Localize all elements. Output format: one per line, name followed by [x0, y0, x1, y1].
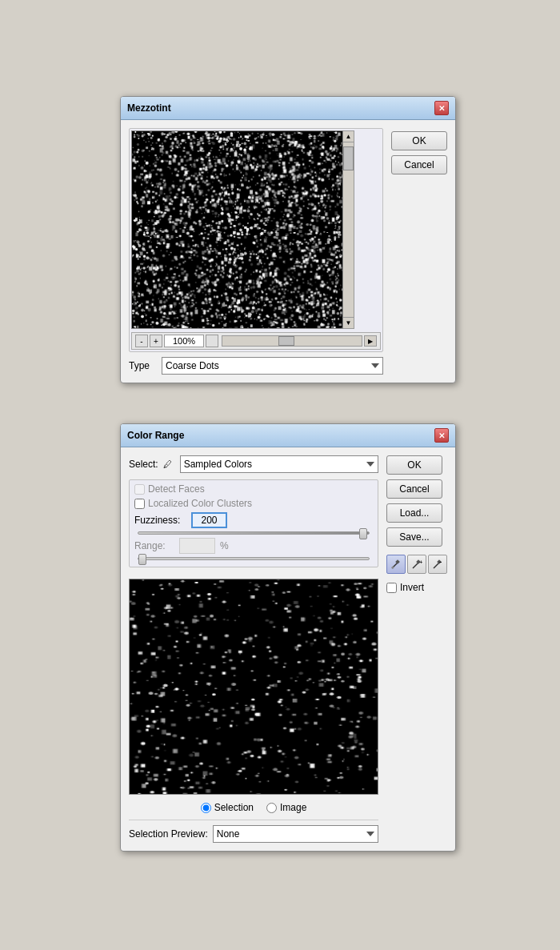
image-radio[interactable]	[266, 803, 277, 813]
selection-preview-label: Selection Preview:	[129, 828, 208, 840]
svg-text:-: -	[439, 559, 442, 566]
mezzotint-buttons: OK Cancel	[391, 128, 447, 375]
mezzotint-type-select[interactable]: Coarse Dots	[162, 357, 383, 375]
color-range-left-panel: Select: 🖊 Sampled Colors Detect Faces Lo…	[129, 455, 378, 843]
mezzotint-zoom-in-button[interactable]: +	[150, 335, 162, 347]
fuzziness-slider-thumb[interactable]	[359, 528, 367, 539]
mezzotint-vscroll-thumb[interactable]	[343, 146, 354, 170]
mezzotint-preview-toolbar: - + 100% ▶	[131, 332, 381, 350]
fuzziness-slider-track[interactable]	[138, 531, 370, 535]
range-row: Range: %	[134, 538, 373, 554]
svg-line-3	[413, 563, 418, 568]
svg-text:+: +	[419, 559, 422, 566]
mezzotint-title-bar: Mezzotint ✕	[121, 97, 455, 120]
color-range-right-panel: OK Cancel Load... Save...	[386, 455, 447, 843]
mezzotint-title: Mezzotint	[127, 102, 171, 114]
invert-row: Invert	[386, 582, 447, 593]
color-range-select-label: Select:	[129, 459, 158, 470]
mezzotint-type-row: Type Coarse Dots	[129, 357, 383, 375]
mezzotint-dialog: Mezzotint ✕ ▲ ▼ - + 100	[120, 96, 456, 383]
color-range-content: Select: 🖊 Sampled Colors Detect Faces Lo…	[121, 447, 455, 851]
mezzotint-vscroll[interactable]: ▲ ▼	[343, 130, 354, 329]
detect-faces-checkbox[interactable]	[134, 484, 145, 495]
selection-radio-label: Selection	[214, 802, 254, 813]
fuzziness-input[interactable]: 200	[191, 512, 227, 528]
eyedropper-sample-button[interactable]	[386, 555, 406, 574]
localized-clusters-checkbox[interactable]	[134, 499, 145, 509]
color-range-close-button[interactable]: ✕	[434, 428, 449, 443]
mezzotint-zoom-display: 100%	[164, 335, 204, 347]
mezzotint-vscroll-up[interactable]: ▲	[343, 131, 354, 142]
fuzziness-row: Fuzziness: 200	[134, 512, 373, 528]
color-range-load-button[interactable]: Load...	[386, 503, 442, 523]
mezzotint-close-button[interactable]: ✕	[434, 101, 449, 115]
mezzotint-hscroll-right[interactable]: ▶	[364, 335, 377, 347]
eyedropper-subtract-button[interactable]: -	[428, 555, 447, 574]
mezzotint-hscroll-thumb[interactable]	[278, 336, 294, 346]
color-range-dialog: Color Range ✕ Select: 🖊 Sampled Colors D…	[120, 423, 456, 852]
color-range-ok-button[interactable]: OK	[386, 455, 442, 475]
fuzziness-label: Fuzziness:	[134, 515, 186, 526]
view-mode-row: Selection Image	[129, 802, 378, 813]
color-range-preview-canvas	[129, 579, 378, 795]
eyedropper-icon	[390, 559, 402, 570]
mezzotint-preview-canvas	[131, 130, 343, 329]
image-radio-option: Image	[266, 802, 306, 813]
invert-label: Invert	[400, 582, 424, 593]
eyedropper-select-icon: 🖊	[163, 459, 172, 469]
selection-preview-row: Selection Preview: None	[129, 820, 378, 843]
svg-line-6	[434, 563, 439, 568]
mezzotint-vscroll-track	[343, 142, 354, 317]
mezzotint-zoom-dropdown[interactable]	[206, 335, 218, 347]
range-percent: %	[220, 540, 229, 551]
selection-radio-option: Selection	[201, 802, 254, 813]
color-range-select-row: Select: 🖊 Sampled Colors	[129, 455, 378, 473]
mezzotint-cancel-button[interactable]: Cancel	[391, 155, 447, 174]
range-slider-track[interactable]	[138, 557, 370, 560]
range-label: Range:	[134, 540, 174, 551]
mezzotint-hscroll[interactable]	[222, 335, 362, 347]
mezzotint-preview-scroll-area: ▲ ▼	[131, 130, 381, 329]
color-range-title: Color Range	[127, 430, 184, 441]
localized-clusters-row: Localized Color Clusters	[134, 498, 373, 509]
mezzotint-type-label: Type	[129, 360, 157, 371]
color-range-main: Select: 🖊 Sampled Colors Detect Faces Lo…	[129, 455, 447, 843]
mezzotint-preview-area: ▲ ▼ - + 100% ▶	[129, 128, 383, 375]
color-range-save-button[interactable]: Save...	[386, 527, 442, 547]
selection-radio[interactable]	[201, 803, 211, 813]
detect-faces-label: Detect Faces	[148, 483, 205, 495]
invert-checkbox[interactable]	[386, 583, 397, 593]
color-range-title-bar: Color Range ✕	[121, 424, 455, 447]
range-input[interactable]	[179, 538, 215, 554]
eyedropper-tools: + -	[386, 555, 447, 574]
mezzotint-vscroll-down[interactable]: ▼	[343, 317, 354, 328]
svg-point-2	[392, 567, 394, 569]
localized-clusters-label: Localized Color Clusters	[148, 498, 252, 509]
image-radio-label: Image	[280, 802, 306, 813]
color-range-cancel-button[interactable]: Cancel	[386, 479, 442, 499]
selection-preview-select[interactable]: None	[213, 825, 378, 843]
eyedropper-subtract-icon: -	[432, 559, 443, 570]
mezzotint-zoom-out-button[interactable]: -	[135, 335, 148, 347]
color-range-select-dropdown[interactable]: Sampled Colors	[180, 455, 378, 473]
range-slider-thumb[interactable]	[138, 554, 146, 565]
detect-faces-row: Detect Faces	[134, 483, 373, 495]
eyedropper-add-button[interactable]: +	[407, 555, 426, 574]
eyedropper-add-icon: +	[411, 559, 422, 570]
mezzotint-ok-button[interactable]: OK	[391, 131, 447, 150]
